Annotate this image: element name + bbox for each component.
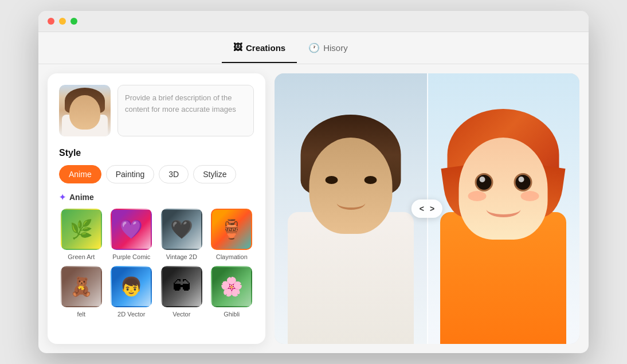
style-item-felt[interactable]: 🧸 felt <box>59 266 104 318</box>
eyes-anime <box>475 173 532 191</box>
description-box[interactable]: Provide a brief description of the conte… <box>117 85 254 136</box>
app-body: 🖼 Creations 🕐 Hisory <box>38 32 589 353</box>
style-thumb-vector: 🕶 <box>161 266 202 307</box>
style-btn-anime[interactable]: Anime <box>59 165 101 183</box>
style-item-green-art[interactable]: 🌿 Green Art <box>59 209 104 260</box>
browser-window: 🖼 Creations 🕐 Hisory <box>38 11 589 353</box>
style-buttons: Anime Painting 3D Stylize <box>59 165 254 183</box>
face-anime <box>459 138 548 240</box>
tab-history-label: Hisory <box>323 43 348 53</box>
style-section: Style Anime Painting 3D Stylize ✦ Anime <box>59 148 254 318</box>
style-name-green-art: Green Art <box>68 253 95 260</box>
style-item-claymation[interactable]: 🏺 Claymation <box>210 209 254 260</box>
style-item-ghibli[interactable]: 🌸 Ghibli <box>210 266 254 318</box>
sparkle-icon: ✦ <box>59 193 66 202</box>
image-comparison: < > <box>275 73 579 344</box>
style-item-vector[interactable]: 🕶 Vector <box>159 266 204 318</box>
tab-creations[interactable]: 🖼 Creations <box>222 33 297 63</box>
description-placeholder: Provide a brief description of the conte… <box>125 92 246 115</box>
tab-history[interactable]: 🕐 Hisory <box>297 33 359 64</box>
photo-preview[interactable] <box>59 85 111 136</box>
style-name-ghibli: Ghibli <box>224 311 240 318</box>
eye-anime-right <box>514 173 532 191</box>
style-item-2d-vector[interactable]: 👦 2D Vector <box>109 266 154 318</box>
style-grid: 🌿 Green Art 💜 Purple Comic <box>59 209 254 318</box>
smile-anime <box>486 201 520 217</box>
style-btn-painting[interactable]: Painting <box>106 165 155 183</box>
history-icon: 🕐 <box>308 42 320 53</box>
cheek-anime-right <box>520 191 539 201</box>
style-item-vintage-2d[interactable]: 🖤 Vintage 2D <box>159 209 204 260</box>
style-thumb-felt: 🧸 <box>61 266 102 307</box>
traffic-light-yellow[interactable] <box>59 18 66 25</box>
style-thumb-green-art: 🌿 <box>61 209 102 250</box>
style-name-purple-comic: Purple Comic <box>112 253 150 260</box>
style-thumb-vintage-2d: 🖤 <box>161 209 202 250</box>
style-thumb-purple-comic: 💜 <box>111 209 152 250</box>
eye-anime-left <box>475 173 493 191</box>
tabs-area: 🖼 Creations 🕐 Hisory <box>38 32 589 64</box>
right-panel: < > <box>275 64 589 353</box>
anime-subsection-label: ✦ Anime <box>59 193 254 202</box>
cheek-anime-left <box>468 191 486 201</box>
style-thumb-2d-vector: 👦 <box>111 266 152 307</box>
eye-real-right <box>364 176 377 184</box>
style-thumb-claymation: 🏺 <box>211 209 252 250</box>
anime-label-text: Anime <box>69 193 94 202</box>
person-anime-container <box>427 103 579 344</box>
style-title: Style <box>59 148 254 158</box>
main-content: Provide a brief description of the conte… <box>38 32 589 353</box>
left-panel: Provide a brief description of the conte… <box>48 73 265 344</box>
style-thumb-ghibli: 🌸 <box>211 266 252 307</box>
compare-controls[interactable]: < > <box>412 199 442 218</box>
style-btn-3d[interactable]: 3D <box>159 165 189 183</box>
left-arrow: < <box>420 204 424 213</box>
title-bar <box>38 11 589 32</box>
eyes-real <box>325 176 377 184</box>
style-name-2d-vector: 2D Vector <box>117 311 145 318</box>
style-name-felt: felt <box>77 311 85 318</box>
eye-real-left <box>325 176 338 184</box>
creations-icon: 🖼 <box>233 42 242 53</box>
photo-real-half <box>275 73 427 344</box>
face-real <box>309 138 393 234</box>
style-item-purple-comic[interactable]: 💜 Purple Comic <box>109 209 154 260</box>
traffic-light-red[interactable] <box>48 18 54 25</box>
photo-anime-half <box>427 73 579 344</box>
upload-area: Provide a brief description of the conte… <box>59 85 254 136</box>
style-btn-stylize[interactable]: Stylize <box>193 165 236 183</box>
right-arrow: > <box>430 204 434 213</box>
tab-creations-label: Creations <box>246 43 285 53</box>
person-real-container <box>275 103 427 344</box>
traffic-light-green[interactable] <box>70 18 77 25</box>
style-name-vector: Vector <box>173 311 190 318</box>
smile-real <box>336 196 365 210</box>
style-name-vintage-2d: Vintage 2D <box>166 253 197 260</box>
style-name-claymation: Claymation <box>216 253 248 260</box>
